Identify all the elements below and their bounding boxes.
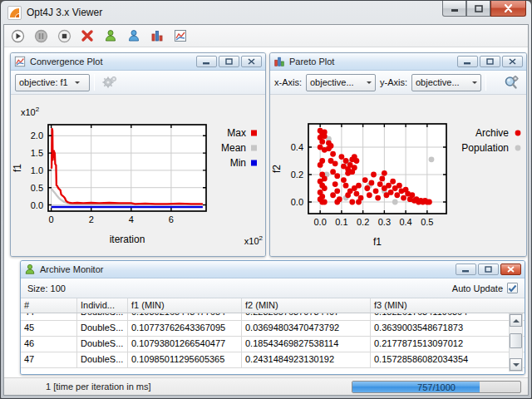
table-cell: DoubleS... — [77, 313, 128, 320]
objective-selector[interactable]: objective: f1 — [15, 74, 90, 91]
y-axis-selector[interactable]: objective... — [411, 74, 481, 91]
pareto-titlebar[interactable]: Pareto Plot — [270, 53, 526, 71]
frame-minimize-button[interactable] — [457, 56, 478, 67]
svg-text:0: 0 — [49, 214, 54, 224]
svg-text:0.4: 0.4 — [399, 217, 411, 227]
table-cell: 0.03694803470473792 — [242, 321, 371, 336]
svg-text:0.0: 0.0 — [314, 217, 327, 227]
auto-update-checkbox[interactable] — [507, 283, 518, 293]
green-person-icon — [24, 264, 36, 275]
pause-button[interactable] — [31, 27, 51, 45]
archive-size-label: Size: 100 — [27, 283, 66, 293]
table-cell: 0.15728586082034354 — [371, 352, 525, 367]
plot-settings-button[interactable] — [99, 72, 121, 92]
checkmark-icon — [508, 284, 517, 293]
frame-minimize-button[interactable] — [196, 56, 217, 67]
table-row[interactable]: 47DoubleS...0.109850112956053650.2431484… — [21, 352, 525, 368]
table-cell: 0.10985011295605365 — [128, 352, 242, 367]
line-chart-icon — [14, 56, 26, 67]
statusbar: 1 [time per iteration in ms] 757/1000 — [4, 377, 528, 395]
svg-text:0.0: 0.0 — [31, 200, 43, 210]
svg-text:4: 4 — [129, 214, 134, 224]
pareto-toolbar: x-Axis: objective... y-Axis: objective..… — [270, 71, 526, 95]
svg-text:1.0: 1.0 — [31, 165, 43, 175]
column-header[interactable]: f3 (MIN) — [371, 298, 525, 313]
table-cell: 0.10773762643367095 — [128, 321, 242, 336]
table-cell: DoubleS... — [77, 321, 128, 336]
archive-monitor-button[interactable] — [101, 27, 121, 45]
scroll-up-icon[interactable] — [510, 314, 522, 327]
bar-chart-icon — [273, 56, 285, 67]
table-cell: 0.10793801266540477 — [128, 337, 242, 352]
svg-text:Population: Population — [461, 142, 509, 154]
plot-settings-button[interactable] — [500, 72, 522, 92]
toolbar-separator — [485, 74, 486, 91]
terminate-button[interactable] — [77, 27, 97, 45]
table-row[interactable]: 44DoubleS...0.103021654484776540.2232557… — [21, 313, 525, 321]
column-header[interactable]: Individ... — [77, 298, 128, 313]
main-toolbar — [4, 25, 528, 47]
archive-titlebar[interactable]: Archive Monitor — [21, 261, 525, 278]
svg-text:0.5: 0.5 — [421, 217, 433, 227]
table-scrollbar[interactable] — [509, 313, 523, 372]
x-axis-label: x-Axis: — [274, 77, 302, 87]
svg-text:6: 6 — [169, 214, 174, 224]
main-titlebar[interactable]: Opt4J 3.x Viewer — [1, 1, 531, 24]
objective-selector-value: objective: f1 — [16, 77, 71, 87]
svg-text:Archive: Archive — [475, 127, 509, 139]
convergence-plot-button[interactable] — [170, 27, 190, 45]
frame-close-button[interactable] — [241, 56, 262, 67]
frame-close-button[interactable] — [502, 56, 523, 67]
table-cell: 0.3639003548671873 — [371, 321, 525, 336]
table-cell: DoubleS... — [77, 337, 128, 352]
mdi-desktop: Convergence Plot objective: f1 — [4, 47, 528, 377]
svg-text:0.1: 0.1 — [335, 217, 347, 227]
svg-text:x102: x102 — [21, 106, 40, 117]
frame-maximize-button[interactable] — [480, 56, 500, 67]
frame-close-button[interactable] — [500, 264, 521, 275]
pareto-chart-panel: 0.00.10.20.30.40.50.00.20.4f1f2ArchivePo… — [270, 95, 526, 256]
convergence-toolbar: objective: f1 — [11, 71, 265, 95]
table-cell: 0.2431484923130192 — [242, 352, 371, 367]
column-header[interactable]: # — [21, 298, 77, 313]
maximize-button[interactable] — [466, 1, 490, 17]
chevron-down-icon — [362, 75, 375, 91]
y-axis-label: y-Axis: — [380, 77, 407, 87]
status-text: 1 [time per iteration in ms] — [4, 382, 151, 392]
play-button[interactable] — [7, 27, 27, 45]
svg-text:0.3: 0.3 — [378, 217, 391, 227]
convergence-chart-panel: 02460.00.51.01.52.0iterationf1x102x102Ma… — [11, 95, 265, 256]
archive-info-row: Size: 100 Auto Update — [21, 278, 525, 298]
table-cell: DoubleS... — [77, 352, 128, 367]
opt4j-viewer-window: Opt4J 3.x Viewer — [0, 0, 532, 399]
pareto-plot-button[interactable] — [147, 27, 167, 45]
column-header[interactable]: f1 (MIN) — [128, 298, 242, 313]
scroll-down-icon[interactable] — [510, 358, 522, 371]
scroll-thumb[interactable] — [510, 333, 522, 348]
table-cell: 0.18226176341196304 — [371, 313, 525, 320]
frame-maximize-button[interactable] — [478, 264, 499, 275]
table-cell: 0.18543469827538114 — [242, 337, 371, 352]
frame-maximize-button[interactable] — [219, 56, 239, 67]
minimize-button[interactable] — [442, 1, 466, 17]
population-monitor-button[interactable] — [124, 27, 144, 45]
column-header[interactable]: f2 (MIN) — [242, 298, 371, 313]
table-row[interactable]: 45DoubleS...0.107737626433670950.0369480… — [21, 321, 525, 337]
x-axis-selector[interactable]: objective... — [306, 74, 376, 91]
gears-icon — [101, 75, 118, 90]
x-axis-selector-value: objective... — [307, 77, 362, 87]
chevron-down-icon — [468, 75, 480, 91]
pareto-chart[interactable]: 0.00.10.20.30.40.50.00.20.4f1f2ArchivePo… — [270, 95, 526, 256]
close-button[interactable] — [490, 1, 526, 17]
frame-minimize-button[interactable] — [456, 264, 476, 275]
svg-text:0.4: 0.4 — [291, 142, 303, 152]
opt4j-logo-icon — [7, 6, 22, 20]
table-row[interactable]: 46DoubleS...0.107938012665404770.1854346… — [21, 337, 525, 352]
stop-button[interactable] — [54, 27, 74, 45]
svg-text:f2: f2 — [271, 165, 283, 173]
convergence-chart[interactable]: 02460.00.51.01.52.0iterationf1x102x102Ma… — [11, 95, 265, 256]
svg-text:f1: f1 — [373, 236, 382, 248]
table-cell: 0.22325576370734407 — [242, 313, 371, 320]
convergence-titlebar[interactable]: Convergence Plot — [11, 53, 265, 71]
magnifier-gear-icon — [503, 75, 520, 91]
